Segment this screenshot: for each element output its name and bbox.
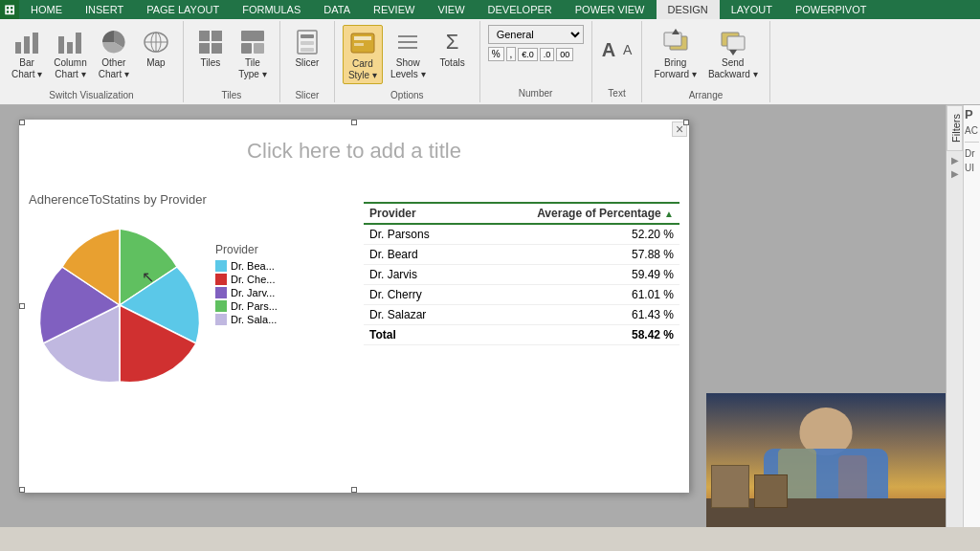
tab-home[interactable]: HOME <box>19 0 74 19</box>
send-backward-button[interactable]: SendBackward ▾ <box>704 25 762 82</box>
resize-handle-ml[interactable] <box>19 303 25 309</box>
excel-logo[interactable]: ⊞ <box>0 0 19 19</box>
svg-marker-29 <box>672 29 679 34</box>
svg-rect-19 <box>301 41 314 45</box>
slide: × Click here to add a title AdherenceToS… <box>19 120 689 493</box>
legend-color-cherry <box>215 274 227 285</box>
text-size-increase-button[interactable]: A <box>600 37 617 63</box>
table-row: Dr. Parsons 52.20 % <box>364 224 679 245</box>
filters-arrows: ▶ ▶ <box>947 151 963 527</box>
bar-chart-icon <box>11 27 42 57</box>
svg-rect-4 <box>67 42 73 54</box>
bar-chart-button[interactable]: BarChart ▾ <box>8 25 46 82</box>
totals-label: Totals <box>440 57 465 69</box>
tile-type-label: TileType ▾ <box>238 57 266 80</box>
resize-handle-bl[interactable] <box>19 487 25 493</box>
arrange-items: BringForward ▾ SendBackward ▾ <box>650 25 761 99</box>
tab-review[interactable]: REVIEW <box>362 0 426 19</box>
tab-formulas[interactable]: FORMULAS <box>231 0 312 19</box>
data-table: Provider Average of Percentage ▲ Dr. Par… <box>364 204 679 345</box>
other-chart-label: OtherChart ▾ <box>99 57 129 80</box>
card-style-icon <box>347 28 378 58</box>
resize-handle-tm[interactable] <box>351 120 357 125</box>
number-format-select[interactable]: General Number Currency Percentage <box>488 25 584 44</box>
far-right-text-ui: UI <box>965 163 979 173</box>
svg-rect-28 <box>664 33 681 46</box>
tab-developer[interactable]: DEVELOPER <box>477 0 564 19</box>
provider-beard: Dr. Beard <box>364 245 466 265</box>
tiles-button[interactable]: Tiles <box>191 25 230 71</box>
chart-section: AdherenceToStatins by Provider <box>29 192 345 391</box>
resize-handle-tr[interactable] <box>683 120 689 125</box>
text-group-label: Text <box>608 88 625 99</box>
legend-item-cherry: Dr. Che... <box>215 274 278 285</box>
tab-layout[interactable]: LAYOUT <box>720 0 784 19</box>
card-style-button[interactable]: CardStyle ▾ <box>343 25 383 84</box>
filters-label[interactable]: Filters <box>947 105 963 151</box>
svg-marker-32 <box>729 50 737 55</box>
slicer-group-label: Slicer <box>295 90 319 100</box>
value-salazar: 61.43 % <box>466 305 679 325</box>
tab-page-layout[interactable]: PAGE LAYOUT <box>135 0 231 19</box>
currency-button[interactable]: €.0 <box>518 48 538 61</box>
resize-handle-tl[interactable] <box>19 120 25 125</box>
slicer-button[interactable]: Slicer <box>288 25 326 71</box>
svg-rect-14 <box>241 31 264 41</box>
svg-rect-31 <box>727 36 745 50</box>
ribbon: ⊞ HOME INSERT PAGE LAYOUT FORMULAS DATA … <box>0 0 980 105</box>
ribbon-group-options: CardStyle ▾ ShowLevels ▾ Σ Totals Option… <box>335 21 480 102</box>
ribbon-content-area: BarChart ▾ ColumnChart ▾ <box>0 19 980 105</box>
svg-rect-0 <box>15 42 21 54</box>
far-right-divider <box>965 142 979 143</box>
dec-decrease-button[interactable]: 00 <box>556 48 573 61</box>
table-row: Dr. Cherry 61.01 % <box>364 285 679 305</box>
send-backward-label: SendBackward ▾ <box>708 57 758 80</box>
percent-button[interactable]: % <box>488 47 504 61</box>
resize-handle-bm[interactable] <box>351 487 357 493</box>
bring-forward-button[interactable]: BringForward ▾ <box>650 25 700 82</box>
col-percentage-header: Average of Percentage ▲ <box>466 204 679 224</box>
tiles-icon <box>195 27 226 57</box>
legend-color-parsons <box>215 300 227 312</box>
tab-powerpivot[interactable]: POWERPIVOT <box>784 0 879 19</box>
legend-color-salazar <box>215 314 227 325</box>
legend-name-parsons: Dr. Pars... <box>231 300 278 312</box>
tab-power-view[interactable]: POWER VIEW <box>564 0 657 19</box>
legend-item-jarvis: Dr. Jarv... <box>215 287 278 298</box>
text-size-decrease-button[interactable]: A <box>621 40 634 59</box>
tab-view[interactable]: VIEW <box>426 0 476 19</box>
options-group-label: Options <box>390 90 423 100</box>
tile-type-button[interactable]: TileType ▾ <box>234 25 272 82</box>
show-levels-button[interactable]: ShowLevels ▾ <box>387 25 430 82</box>
chart-legend: Provider Dr. Bea... Dr. Che... <box>215 243 278 327</box>
bar-chart-label: BarChart ▾ <box>11 57 42 80</box>
filters-collapse-arrow[interactable]: ▶ <box>951 168 959 179</box>
svg-rect-20 <box>301 48 314 52</box>
canvas-area[interactable]: ↖ × Click here to add a title AdherenceT… <box>0 105 946 527</box>
map-button[interactable]: Map <box>137 25 175 71</box>
dec-increase-button[interactable]: .0 <box>540 48 555 61</box>
legend-name-salazar: Dr. Sala... <box>231 314 277 325</box>
filters-expand-arrow[interactable]: ▶ <box>951 155 959 165</box>
tiles-label: Tiles <box>201 57 221 69</box>
table-row: Dr. Salazar 61.43 % <box>364 305 679 325</box>
tiles-items: Tiles TileType ▾ <box>191 25 272 99</box>
tab-insert[interactable]: INSERT <box>74 0 135 19</box>
far-right-text-ac: AC <box>965 125 979 136</box>
col-percentage-label: Average of Percentage <box>537 207 661 220</box>
chart-legend-row: Provider Dr. Bea... Dr. Che... <box>29 214 345 391</box>
tiles-group-label: Tiles <box>222 90 242 100</box>
legend-color-beard <box>215 260 227 272</box>
legend-item-parsons: Dr. Pars... <box>215 300 278 312</box>
provider-cherry: Dr. Cherry <box>364 285 466 305</box>
ribbon-group-tiles: Tiles TileType ▾ Tiles <box>184 21 280 102</box>
column-chart-button[interactable]: ColumnChart ▾ <box>50 25 90 82</box>
tab-design[interactable]: DESIGN <box>657 0 720 19</box>
far-right-text-dr: Dr <box>965 148 979 159</box>
tab-data[interactable]: DATA <box>312 0 362 19</box>
totals-button[interactable]: Σ Totals <box>434 25 472 71</box>
other-chart-button[interactable]: OtherChart ▾ <box>95 25 133 82</box>
slide-title[interactable]: Click here to add a title <box>19 120 689 183</box>
far-right-text-p: P <box>965 107 979 121</box>
comma-button[interactable]: , <box>506 47 517 61</box>
